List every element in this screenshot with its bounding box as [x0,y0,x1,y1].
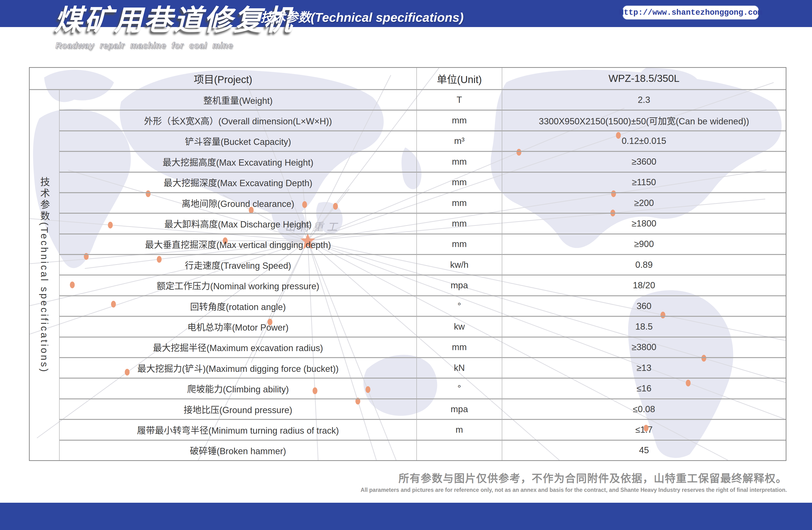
spec-value-cell: 18.5 [502,316,786,336]
spec-value-cell: ≥13 [502,357,786,378]
spec-name-cell: 爬坡能力(Climbing ability) [59,378,416,398]
spec-table: 山特重工 项目(Project) 单位(Unit) WPZ-18.5/350L … [29,67,786,461]
spec-name-cell: 履带最小转弯半径(Minimum turning radius of track… [59,419,416,440]
spec-unit-cell: ° [416,295,502,316]
spec-unit-cell: mm [416,192,502,213]
spec-name-cell: 最大挖掘半径(Maximum excavation radius) [59,337,416,357]
spec-unit-cell: mm [416,213,502,233]
brand-subtitle: Roadway repair machine for coal mine [56,41,233,50]
spec-unit-cell: m [416,419,502,440]
spec-value-cell: ≥200 [502,192,786,213]
spec-unit-cell [416,440,502,460]
spec-name-cell: 电机总功率(Motor Power) [59,316,416,336]
spec-value-cell: ≤0.08 [502,399,786,419]
spec-unit-cell: kw [416,316,502,336]
disclaimer-block: 所有参数与图片仅供参考，不作为合同附件及依据，山特重工保留最终解释权。 All … [361,470,787,493]
spec-sheet-page: 煤矿用巷道修复机 Roadway repair machine for coal… [0,0,812,530]
spec-name-cell: 接地比压(Ground pressure) [59,399,416,419]
spec-name-cell: 行走速度(Traveling Speed) [59,254,416,275]
column-header-model: WPZ-18.5/350L [502,68,786,89]
spec-name-cell: 额定工作压力(Nominal working pressure) [59,275,416,295]
spec-value-cell: 2.3 [502,89,786,110]
spec-value-cell: ≥900 [502,234,786,254]
spec-value-cell: 360 [502,295,786,316]
spec-unit-cell: mm [416,234,502,254]
spec-value-cell: ≥3800 [502,337,786,357]
spec-unit-cell: mm [416,337,502,357]
spec-name-cell: 回转角度(rotation angle) [59,295,416,316]
footer-band [0,503,812,530]
column-header-project: 项目(Project) [30,68,416,89]
spec-value-cell: 45 [502,440,786,460]
spec-value-cell: 3300X950X2150(1500)±50(可加宽(Can be widene… [502,110,786,130]
spec-value-cell: ≥3600 [502,151,786,171]
website-url: Http://www.shantezhonggong.com [619,8,762,17]
spec-name-cell: 最大挖掘力(铲斗)(Maximum digging force (bucket)… [59,357,416,378]
page-title: 技术参数(Technical specifications) [261,7,464,25]
spec-name-cell: 铲斗容量(Bucket Capacity) [59,130,416,151]
disclaimer-zh: 所有参数与图片仅供参考，不作为合同附件及依据，山特重工保留最终解释权。 [361,470,787,485]
spec-name-cell: 最大挖掘高度(Max Excavating Height) [59,151,416,171]
spec-unit-cell: ° [416,378,502,398]
spec-name-cell: 最大垂直挖掘深度(Max vertical dingging depth) [59,234,416,254]
spec-name-cell: 整机重量(Weight) [59,89,416,110]
spec-unit-cell: kN [416,357,502,378]
side-label-vertical: 技术参数(Technical specifications) [30,89,59,460]
spec-name-cell: 破碎锤(Broken hammer) [59,440,416,460]
spec-value-cell: ≤16 [502,378,786,398]
spec-unit-cell: mpa [416,275,502,295]
spec-grid: 项目(Project) 单位(Unit) WPZ-18.5/350L 技术参数(… [30,68,786,460]
column-header-unit: 单位(Unit) [416,68,502,89]
spec-value-cell: ≥1800 [502,213,786,233]
spec-value-cell: 0.89 [502,254,786,275]
spec-value-cell: ≤1.7 [502,419,786,440]
brand-title: 煤矿用巷道修复机 [54,4,294,37]
spec-unit-cell: m³ [416,130,502,151]
website-pill[interactable]: Http://www.shantezhonggong.com [623,6,758,19]
spec-unit-cell: mm [416,110,502,130]
spec-unit-cell: T [416,89,502,110]
spec-unit-cell: kw/h [416,254,502,275]
spec-name-cell: 外形（长X宽X高）(Overall dimension(L×W×H)) [59,110,416,130]
spec-unit-cell: mpa [416,399,502,419]
spec-value-cell: 18/20 [502,275,786,295]
disclaimer-en: All parameters and pictures are for refe… [361,487,787,493]
spec-name-cell: 最大卸料高度(Max Discharge Height) [59,213,416,233]
spec-value-cell: 0.12±0.015 [502,130,786,151]
spec-unit-cell: mm [416,172,502,192]
spec-name-cell: 最大挖掘深度(Max Excavating Depth) [59,172,416,192]
spec-unit-cell: mm [416,151,502,171]
spec-name-cell: 离地间隙(Ground clearance) [59,192,416,213]
spec-value-cell: ≥1150 [502,172,786,192]
